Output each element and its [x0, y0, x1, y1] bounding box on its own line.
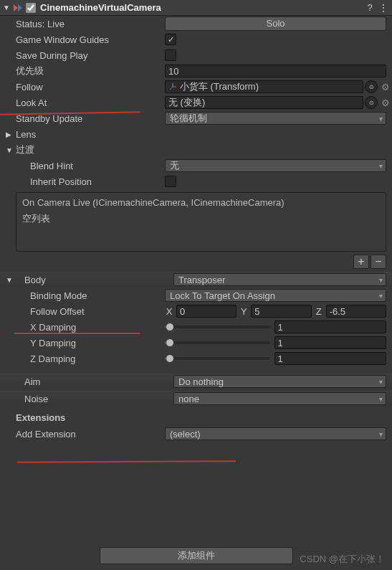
component-header: ▼ CinemachineVirtualCamera ? ⋮ [0, 0, 392, 16]
lookat-target-value: 无 (变换) [168, 96, 205, 109]
ydamp-value-input[interactable]: 1 [274, 336, 387, 349]
extensions-header: Extensions [0, 412, 392, 423]
zdamp-row: Z Damping 1 [0, 351, 392, 366]
event-empty-text: 空列表 [22, 212, 380, 225]
blendhint-row: Blend Hint 无 [0, 158, 392, 174]
axis-z-label: Z [315, 306, 323, 317]
xdamp-label: X Damping [0, 322, 165, 333]
xdamp-slider[interactable] [165, 326, 270, 328]
aim-dropdown[interactable]: Do nothing [173, 375, 386, 388]
lens-label: Lens [14, 129, 42, 140]
lookat-label: Look At [0, 98, 165, 108]
ydamp-label: Y Damping [0, 338, 165, 348]
offset-z-input[interactable]: -6.5 [326, 305, 386, 318]
aim-label: Aim [14, 376, 173, 387]
lookat-gear-icon[interactable]: ⚙ [379, 98, 392, 108]
lookat-picker-icon[interactable]: ⊙ [365, 96, 378, 109]
zdamp-value-input[interactable]: 1 [274, 352, 387, 365]
inherit-row: Inherit Position [0, 174, 392, 189]
axis-y-label: Y [239, 306, 248, 317]
guides-checkbox[interactable]: ✓ [165, 34, 176, 45]
follow-target-value: 小货车 (Transform) [180, 80, 259, 93]
transitions-label: 过渡 [14, 143, 40, 156]
lookat-object-field[interactable]: 无 (变换) [165, 96, 363, 109]
offset-y-input[interactable]: 5 [251, 305, 311, 318]
offset-row: Follow Offset X 0 Y 5 Z -6.5 [0, 303, 392, 319]
saveplay-row: Save During Play [0, 47, 392, 63]
follow-label: Follow [0, 82, 165, 92]
event-remove-button[interactable]: − [371, 255, 386, 269]
axis-x-label: X [165, 306, 173, 317]
help-icon[interactable]: ? [363, 2, 376, 13]
offset-label: Follow Offset [0, 306, 165, 317]
event-add-button[interactable]: + [353, 255, 369, 269]
follow-picker-icon[interactable]: ⊙ [365, 80, 378, 93]
priority-label: 优先级 [0, 65, 165, 77]
inherit-label: Inherit Position [0, 176, 165, 187]
cinemachine-icon [11, 2, 23, 14]
inherit-checkbox[interactable] [165, 176, 176, 187]
saveplay-label: Save During Play [0, 50, 165, 61]
guides-row: Game Window Guides ✓ [0, 32, 392, 47]
body-section-head: ▼ Body Transposer [0, 272, 392, 288]
noise-section-head: ▼ Noise none [0, 391, 392, 407]
follow-gear-icon[interactable]: ⚙ [379, 82, 392, 92]
lens-foldout[interactable]: ▶ [6, 130, 14, 138]
priority-row: 优先级 10 [0, 63, 392, 79]
saveplay-checkbox[interactable] [165, 49, 176, 61]
binding-dropdown[interactable]: Lock To Target On Assign [165, 289, 386, 302]
status-row: Status: Live Solo [0, 16, 392, 32]
guides-label: Game Window Guides [0, 34, 165, 45]
zdamp-label: Z Damping [0, 353, 165, 364]
add-extension-dropdown[interactable]: (select) [165, 427, 386, 440]
body-foldout[interactable]: ▼ [6, 276, 14, 284]
enabled-checkbox[interactable] [26, 3, 36, 13]
xdamp-value-input[interactable]: 1 [274, 320, 387, 333]
add-extension-row: Add Extension (select) [0, 426, 392, 442]
body-mode-dropdown[interactable]: Transposer [173, 273, 386, 286]
priority-input[interactable]: 10 [165, 65, 386, 77]
noise-dropdown[interactable]: none [173, 392, 386, 405]
transitions-foldout[interactable]: ▼ [6, 146, 14, 154]
svg-line-2 [170, 87, 173, 90]
blendhint-label: Blend Hint [0, 161, 165, 171]
binding-row: Binding Mode Lock To Target On Assign [0, 288, 392, 303]
zdamp-slider[interactable] [165, 357, 270, 360]
aim-underline [17, 460, 236, 463]
solo-button[interactable]: Solo [165, 16, 386, 31]
offset-x-input[interactable]: 0 [176, 305, 236, 318]
watermark-text: CSDN @在下小张！ [300, 553, 385, 566]
transform-icon [168, 82, 177, 91]
lookat-row: Look At 无 (变换) ⊙ ⚙ [0, 95, 392, 110]
body-underline [14, 333, 140, 334]
lens-row: ▶ Lens [0, 126, 392, 142]
context-menu-icon[interactable]: ⋮ [376, 2, 389, 14]
transitions-row: ▼ 过渡 [0, 142, 392, 158]
body-label: Body [14, 275, 173, 285]
event-plus-minus: + − [6, 255, 386, 269]
foldout-toggle[interactable]: ▼ [3, 4, 11, 11]
aim-section-head: ▼ Aim Do nothing [0, 374, 392, 389]
event-title: On Camera Live (ICinemachineCamera, ICin… [22, 197, 380, 208]
ydamp-row: Y Damping 1 [0, 335, 392, 351]
status-label: Status: Live [0, 19, 165, 29]
follow-row: Follow 小货车 (Transform) ⊙ ⚙ [0, 79, 392, 95]
blendhint-dropdown[interactable]: 无 [165, 159, 386, 172]
standby-dropdown[interactable]: 轮循机制 [165, 112, 386, 125]
component-title: CinemachineVirtualCamera [40, 2, 363, 13]
ydamp-slider[interactable] [165, 341, 270, 344]
add-component-button[interactable]: 添加组件 [100, 547, 293, 564]
follow-object-field[interactable]: 小货车 (Transform) [165, 80, 363, 93]
add-extension-label: Add Extension [0, 429, 165, 440]
noise-label: Noise [14, 394, 173, 404]
event-box: On Camera Live (ICinemachineCamera, ICin… [16, 192, 386, 252]
binding-label: Binding Mode [0, 290, 165, 301]
